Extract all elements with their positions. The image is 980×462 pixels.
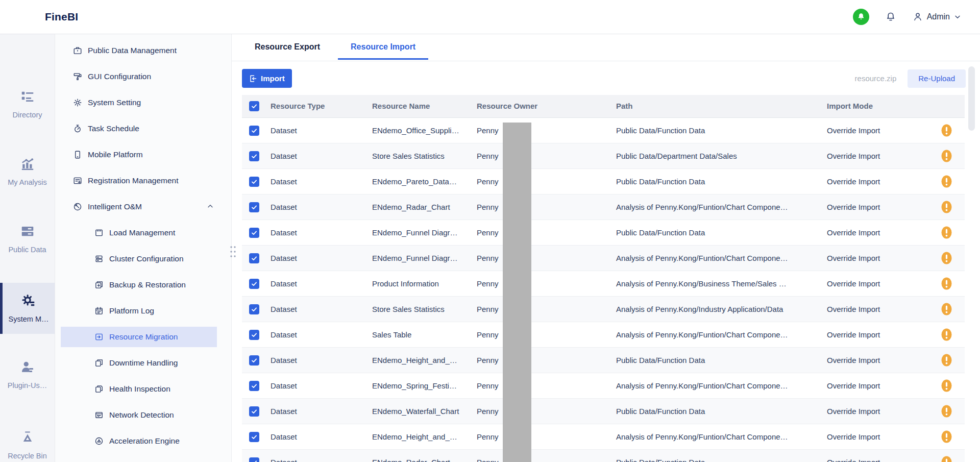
panel-resize-handle[interactable] (229, 245, 237, 261)
rail-item-directory[interactable]: Directory (0, 85, 55, 129)
table-row[interactable]: DatasetENdemo_Height_and_…PennyPublic Da… (242, 348, 965, 373)
finebi-logo: FineBI (45, 0, 78, 34)
warning-icon[interactable] (941, 405, 952, 418)
menu-item-label: Intelligent O&M (88, 202, 142, 211)
checkbox[interactable] (249, 406, 259, 417)
menu-item-platform-log[interactable]: Platform Log (55, 301, 231, 321)
menu-item-backup-restoration[interactable]: Backup & Restoration (55, 275, 231, 295)
checkbox[interactable] (249, 151, 259, 161)
menu-item-gui-configuration[interactable]: GUI Configuration (55, 66, 231, 87)
warning-icon[interactable] (941, 430, 952, 443)
cell-path: Analysis of Penny.Kong/Funtion/Chart Com… (616, 373, 788, 398)
user-menu[interactable]: Admin (912, 11, 962, 22)
table-row[interactable]: DatasetENdemo_Radar_ChartPennyPublic Dat… (242, 450, 965, 462)
menu-item-network-detection[interactable]: Network Detection (55, 405, 231, 425)
rail-item-label: My Analysis (0, 178, 55, 186)
menu-item-label: GUI Configuration (88, 72, 151, 81)
table-row[interactable]: DatasetENdemo_Funnel Diagr…PennyAnalysis… (242, 246, 965, 271)
checkbox[interactable] (249, 330, 259, 340)
checkbox[interactable] (249, 253, 259, 263)
cell-path: Analysis of Penny.Kong/Funtion/Chart Com… (616, 424, 788, 449)
table-row[interactable]: DatasetProduct InformationPennyAnalysis … (242, 271, 965, 297)
rail-item-public-data[interactable]: Public Data (0, 220, 55, 263)
cell-resource-name: ENdemo_Radar_Chart (372, 450, 450, 462)
plugin-user-icon (20, 359, 35, 375)
checkbox[interactable] (249, 101, 259, 111)
table-row[interactable]: DatasetENdemo_Radar_ChartPennyAnalysis o… (242, 194, 965, 220)
bell-icon[interactable] (885, 11, 897, 23)
cell-import-mode: Override Import (827, 194, 880, 220)
checkbox[interactable] (249, 202, 259, 212)
menu-item-public-data-management[interactable]: Public Data Management (55, 40, 231, 61)
cell-import-mode: Override Import (827, 271, 880, 296)
warning-icon[interactable] (941, 328, 952, 341)
checkbox[interactable] (249, 381, 259, 391)
menu-item-load-management[interactable]: Load Management (55, 223, 231, 243)
warning-icon[interactable] (941, 226, 952, 239)
warning-icon[interactable] (941, 150, 952, 162)
checkbox[interactable] (249, 304, 259, 314)
warning-icon[interactable] (941, 201, 952, 213)
menu-item-acceleration-engine[interactable]: Acceleration Engine (55, 431, 231, 451)
menu-item-health-inspection[interactable]: Health Inspection (55, 379, 231, 399)
rail-item-recycle-bin[interactable]: Recycle Bin (0, 426, 55, 462)
menu-item-registration-management[interactable]: Registration Management (55, 171, 231, 191)
menu-item-mobile-platform[interactable]: Mobile Platform (55, 144, 231, 165)
import-button[interactable]: Import (242, 69, 292, 88)
cell-resource-owner: Penny (477, 169, 499, 194)
checkbox[interactable] (249, 457, 259, 462)
tab-resource-export[interactable]: Resource Export (242, 34, 333, 60)
table-row[interactable]: DatasetSales TablePennyAnalysis of Penny… (242, 322, 965, 348)
warning-icon[interactable] (941, 175, 952, 188)
table-row[interactable]: DatasetENdemo_Waterfall_ChartPennyPublic… (242, 399, 965, 424)
warning-icon[interactable] (941, 277, 952, 290)
menu-item-label: Cluster Configuration (109, 254, 184, 263)
tab-resource-import[interactable]: Resource Import (338, 34, 428, 60)
table-row[interactable]: DatasetENdemo_Funnel Diagr…PennyPublic D… (242, 220, 965, 246)
rail-item-plugin-us[interactable]: Plugin-Us… (0, 355, 55, 399)
cell-resource-owner: Penny (477, 143, 499, 168)
cell-resource-name: ENdemo_Funnel Diagr… (372, 220, 458, 245)
menu-item-resource-migration[interactable]: Resource Migration (55, 327, 231, 347)
checkbox[interactable] (249, 177, 259, 187)
warning-icon[interactable] (941, 303, 952, 315)
table-row[interactable]: DatasetENdemo_Spring_Festi…PennyAnalysis… (242, 373, 965, 399)
checkbox[interactable] (249, 126, 259, 136)
table-row[interactable]: DatasetENdemo_Height_and_…PennyAnalysis … (242, 424, 965, 450)
rail-item-my-analysis[interactable]: My Analysis (0, 152, 55, 196)
menu-item-intelligent-o-m[interactable]: Intelligent O&M (55, 197, 231, 217)
notification-status-icon[interactable] (853, 9, 869, 25)
table-row[interactable]: DatasetENdemo_Office_Suppli…PennyPublic … (242, 118, 965, 143)
table-row[interactable]: DatasetENdemo_Pareto_Data…PennyPublic Da… (242, 169, 965, 194)
warning-icon[interactable] (941, 252, 952, 264)
table-row[interactable]: DatasetStore Sales StatisticsPennyPublic… (242, 143, 965, 169)
cell-resource-name: ENdemo_Radar_Chart (372, 194, 450, 220)
table-row[interactable]: DatasetStore Sales StatisticsPennyAnalys… (242, 297, 965, 322)
warning-icon[interactable] (941, 124, 952, 137)
recycle-bin-icon (20, 430, 35, 445)
chevron-up-icon[interactable] (207, 203, 214, 212)
cell-resource-type: Dataset (271, 143, 297, 168)
menu-item-system-setting[interactable]: System Setting (55, 92, 231, 113)
top-bar: FineBI Admin (0, 0, 980, 34)
menu-item-cluster-configuration[interactable]: Cluster Configuration (55, 249, 231, 269)
cell-path: Public Data/Function Data (616, 220, 705, 245)
cell-resource-name: Store Sales Statistics (372, 297, 445, 322)
menu-item-task-schedule[interactable]: Task Schedule (55, 118, 231, 139)
network-detection-icon (94, 410, 104, 420)
vertical-scrollbar[interactable] (968, 66, 975, 131)
cell-import-mode: Override Import (827, 348, 880, 373)
checkbox[interactable] (249, 355, 259, 366)
re-upload-button[interactable]: Re-Upload (908, 69, 966, 88)
rail-item-system-m[interactable]: System M… (0, 283, 55, 334)
topbar-actions: Admin (853, 0, 962, 34)
menu-item-downtime-handling[interactable]: Downtime Handling (55, 353, 231, 373)
cell-resource-type: Dataset (271, 450, 297, 462)
warning-icon[interactable] (941, 456, 952, 462)
warning-icon[interactable] (941, 354, 952, 367)
checkbox[interactable] (249, 228, 259, 238)
checkbox[interactable] (249, 279, 259, 289)
warning-icon[interactable] (941, 379, 952, 392)
column-header-import-mode: Import Mode (827, 95, 873, 117)
checkbox[interactable] (249, 432, 259, 442)
